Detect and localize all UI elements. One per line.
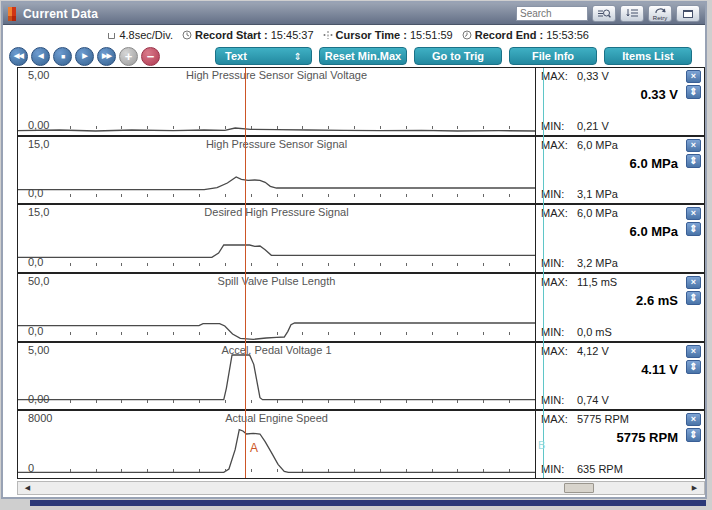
max-row: MAX:5775 RPM — [541, 413, 629, 425]
play-button[interactable]: ▶ — [75, 47, 94, 66]
waveform-graph[interactable]: 5,00High Pressure Sensor Signal Voltage0… — [18, 68, 536, 135]
current-value: 4.11 V — [641, 362, 678, 377]
window-title: Current Data — [23, 7, 98, 21]
min-row: MIN:0,21 V — [541, 120, 609, 132]
max-label: MAX: — [541, 207, 577, 219]
min-row: MIN:635 RPM — [541, 463, 623, 475]
search-input[interactable] — [516, 6, 588, 21]
close-channel-button[interactable]: × — [686, 413, 701, 426]
channel-row: 15,0High Pressure Sensor Signal0,0MAX:6,… — [18, 137, 704, 206]
waveform-graph[interactable]: 15,0High Pressure Sensor Signal0,0 — [18, 137, 536, 204]
scroll-left-arrow[interactable]: ◀ — [20, 482, 35, 494]
move-channel-button[interactable]: ⇕ — [686, 85, 701, 99]
current-value: 6.0 MPa — [630, 224, 678, 239]
cursor-b-line[interactable] — [543, 68, 544, 478]
max-label: MAX: — [541, 413, 577, 425]
scale-min-label: 0,00 — [28, 393, 49, 405]
scale-min-label: 0,0 — [28, 187, 43, 199]
channel-values: MAX:6,0 MPa6.0 MPaMIN:3,1 MPa×⇕ — [536, 137, 704, 204]
step-back-button[interactable]: ◀ — [31, 47, 50, 66]
move-channel-button[interactable]: ⇕ — [686, 222, 701, 236]
scroll-right-arrow[interactable]: ▶ — [687, 482, 702, 494]
waveform-graph[interactable]: 50,0Spill Valve Pulse Length0,0 — [18, 274, 536, 341]
channel-values: MAX:11,5 mS2.6 mSMIN:0,0 mS×⇕ — [536, 274, 704, 341]
stop-button[interactable]: ■ — [53, 47, 72, 66]
move-channel-button[interactable]: ⇕ — [686, 360, 701, 374]
retry-button[interactable]: Retry — [648, 5, 672, 22]
max-value: 11,5 mS — [577, 276, 617, 288]
max-value: 6,0 MPa — [577, 207, 618, 219]
clock-icon — [462, 30, 472, 40]
title-bar: Current Data Retry — [3, 3, 705, 25]
division-icon — [107, 31, 116, 40]
playback-toolbar: ◀◀ ◀ ■ ▶ ▶▶ + − Text ⇕ Reset Min.Max Go … — [3, 45, 705, 67]
min-value: 635 RPM — [577, 463, 623, 475]
file-info-button[interactable]: File Info — [509, 47, 597, 65]
min-row: MIN:0,74 V — [541, 394, 609, 406]
fast-forward-button[interactable]: ▶▶ — [97, 47, 116, 66]
record-end: Record End : 15:53:56 — [462, 29, 589, 41]
record-end-label: Record End : — [475, 29, 543, 41]
channel-row: 5,00High Pressure Sensor Signal Voltage0… — [18, 68, 704, 137]
division-value: 4.8sec/Div. — [119, 29, 173, 41]
channel-title: Accel. Pedal Voltage 1 — [18, 344, 535, 356]
channel-title: High Pressure Sensor Signal — [18, 138, 535, 150]
waveform-graph[interactable]: 15,0Desired High Pressure Signal0,0 — [18, 205, 536, 272]
min-label: MIN: — [541, 326, 577, 338]
close-channel-button[interactable]: × — [686, 207, 701, 220]
min-label: MIN: — [541, 120, 577, 132]
app-window: Current Data Retry 4.8sec/Div. — [1, 1, 707, 499]
cursor-a-line[interactable] — [245, 68, 246, 478]
list-icon — [626, 8, 639, 19]
rewind-button[interactable]: ◀◀ — [9, 47, 28, 66]
channel-values: MAX:4,12 V4.11 VMIN:0,74 V×⇕ — [536, 343, 704, 410]
go-to-trig-button[interactable]: Go to Trig — [414, 47, 502, 65]
channel-row: 15,0Desired High Pressure Signal0,0MAX:6… — [18, 205, 704, 274]
time-per-division: 4.8sec/Div. — [107, 29, 173, 41]
min-row: MIN:3,1 MPa — [541, 188, 618, 200]
close-channel-button[interactable]: × — [686, 276, 701, 289]
scroll-thumb[interactable] — [564, 483, 594, 493]
max-value: 4,12 V — [577, 345, 609, 357]
min-label: MIN: — [541, 394, 577, 406]
move-channel-button[interactable]: ⇕ — [686, 291, 701, 305]
scale-min-label: 0,0 — [28, 325, 43, 337]
close-channel-button[interactable]: × — [686, 345, 701, 358]
scale-min-label: 0,0 — [28, 256, 43, 268]
move-channel-button[interactable]: ⇕ — [686, 428, 701, 442]
min-label: MIN: — [541, 257, 577, 269]
horizontal-scrollbar[interactable]: ◀ ▶ — [17, 481, 705, 495]
window-restore-button[interactable] — [676, 5, 700, 22]
channel-row: 5,00Accel. Pedal Voltage 10,00MAX:4,12 V… — [18, 343, 704, 412]
window-shadow — [30, 500, 706, 506]
max-row: MAX:6,0 MPa — [541, 139, 618, 151]
waveform-graph[interactable]: 5,00Accel. Pedal Voltage 10,00 — [18, 343, 536, 410]
search-zoom-button[interactable] — [592, 5, 616, 22]
waveform-graph[interactable]: 8000Actual Engine Speed0 — [18, 411, 536, 478]
channel-values: MAX:0,33 V0.33 VMIN:0,21 V×⇕ — [536, 68, 704, 135]
display-mode-select[interactable]: Text ⇕ — [215, 47, 312, 65]
close-channel-button[interactable]: × — [686, 70, 701, 83]
reset-minmax-button[interactable]: Reset Min.Max — [319, 47, 407, 65]
current-value: 5775 RPM — [617, 430, 678, 445]
min-label: MIN: — [541, 463, 577, 475]
min-value: 3,2 MPa — [577, 257, 618, 269]
min-value: 3,1 MPa — [577, 188, 618, 200]
channel-title: Spill Valve Pulse Length — [18, 275, 535, 287]
min-value: 0,0 mS — [577, 326, 612, 338]
max-value: 5775 RPM — [577, 413, 629, 425]
zoom-in-button[interactable]: + — [119, 47, 138, 66]
items-list-button[interactable]: Items List — [604, 47, 692, 65]
channel-title: Desired High Pressure Signal — [18, 206, 535, 218]
close-channel-button[interactable]: × — [686, 139, 701, 152]
items-list-view-button[interactable] — [620, 5, 644, 22]
record-start-value: 15:45:37 — [271, 29, 314, 41]
zoom-out-button[interactable]: − — [141, 47, 160, 66]
move-channel-button[interactable]: ⇕ — [686, 154, 701, 168]
clock-icon — [182, 30, 192, 40]
max-label: MAX: — [541, 139, 577, 151]
magnifier-icon — [597, 8, 611, 19]
cursor-b-label: B — [538, 439, 545, 451]
dropdown-arrows-icon: ⇕ — [294, 51, 302, 62]
channel-row: 50,0Spill Valve Pulse Length0,0MAX:11,5 … — [18, 274, 704, 343]
